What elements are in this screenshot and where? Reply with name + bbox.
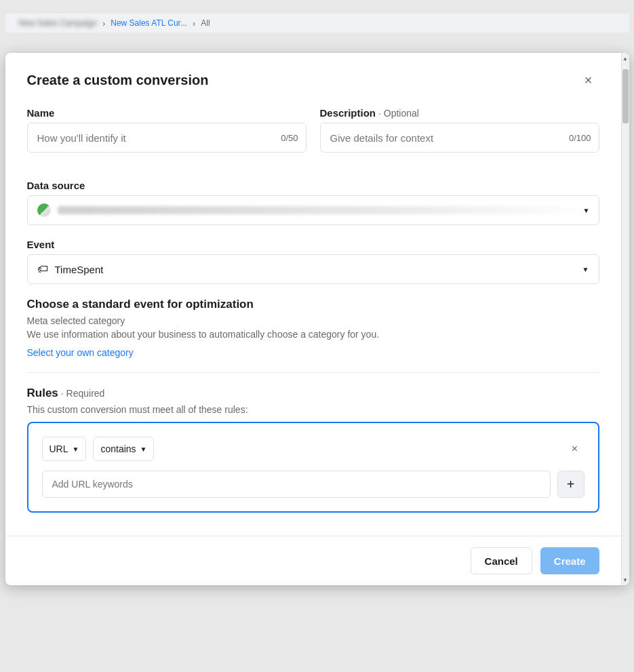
description-char-count: 0/100 [569, 133, 591, 143]
name-label: Name [27, 107, 306, 119]
data-source-group: Data source ▼ [27, 180, 599, 225]
description-label: Description· Optional [320, 107, 599, 119]
add-rule-button[interactable]: + [557, 471, 585, 498]
optimization-subtitle: Meta selected category [27, 315, 599, 326]
url-type-chevron-icon: ▼ [73, 446, 79, 453]
event-selected-value: TimeSpent [55, 264, 576, 275]
modal-footer: Cancel Create [5, 536, 621, 585]
scrollbar-track [622, 64, 629, 574]
section-divider [27, 372, 599, 373]
rule-remove-button[interactable]: × [566, 439, 585, 458]
background-strip: New Sales Campaign › New Sales ATL Cur..… [5, 14, 629, 33]
data-source-label: Data source [27, 180, 599, 191]
event-dropdown[interactable]: 🏷 TimeSpent ▼ [27, 254, 599, 284]
name-input-wrapper: 0/50 [27, 123, 306, 153]
optimization-section: Choose a standard event for optimization… [27, 298, 599, 359]
contains-chevron-icon: ▼ [140, 446, 147, 453]
event-label: Event [27, 239, 599, 250]
event-dropdown-wrapper: 🏷 TimeSpent ▼ [27, 254, 599, 284]
cancel-button[interactable]: Cancel [471, 547, 532, 574]
event-chevron-icon: ▼ [582, 266, 589, 273]
url-input-row: + [42, 471, 585, 498]
datasource-blurred-text [58, 206, 589, 214]
rule-condition-row: URL ▼ contains ▼ × [42, 437, 585, 461]
optimization-title: Choose a standard event for optimization [27, 298, 599, 311]
optional-badge: · Optional [378, 108, 419, 119]
rules-required-badge: · Required [61, 388, 105, 399]
scroll-up-arrow[interactable]: ▲ [621, 53, 629, 64]
event-group: Event 🏷 TimeSpent ▼ [27, 239, 599, 284]
modal-header: Create a custom conversion × [27, 69, 599, 91]
name-char-count: 0/50 [281, 133, 298, 143]
modal-title: Create a custom conversion [27, 73, 209, 88]
rules-box: URL ▼ contains ▼ × + [27, 422, 599, 513]
rules-description: This custom conversion must meet all of … [27, 404, 599, 415]
modal-dialog: ▲ ▼ Create a custom conversion × Name 0/… [5, 53, 629, 585]
description-input[interactable] [320, 123, 599, 153]
create-button[interactable]: Create [540, 547, 599, 574]
name-group: Name 0/50 [27, 107, 306, 153]
name-input[interactable] [27, 123, 306, 153]
description-input-wrapper: 0/100 [320, 123, 599, 153]
data-source-dropdown[interactable]: ▼ [27, 195, 599, 225]
scrollbar-thumb[interactable] [622, 69, 629, 123]
contains-label: contains [100, 443, 136, 454]
name-description-row: Name 0/50 Description· Optional 0/100 [27, 107, 599, 166]
datasource-icon [37, 203, 51, 217]
select-category-link[interactable]: Select your own category [27, 347, 134, 358]
modal-wrapper: New Sales Campaign › New Sales ATL Cur..… [5, 14, 629, 672]
contains-dropdown[interactable]: contains ▼ [93, 437, 154, 461]
rules-section: Rules· Required This custom conversion m… [27, 387, 599, 513]
data-source-dropdown-wrapper: ▼ [27, 195, 599, 225]
rules-title: Rules· Required [27, 387, 599, 400]
url-keywords-input[interactable] [42, 471, 551, 498]
optimization-description: We use information about your business t… [27, 329, 599, 340]
url-type-label: URL [49, 443, 68, 454]
description-group: Description· Optional 0/100 [320, 107, 599, 166]
close-button[interactable]: × [578, 69, 599, 91]
url-type-dropdown[interactable]: URL ▼ [42, 437, 87, 461]
scrollbar[interactable]: ▲ ▼ [621, 53, 629, 585]
scroll-down-arrow[interactable]: ▼ [621, 574, 629, 585]
event-tag-icon: 🏷 [37, 263, 48, 275]
